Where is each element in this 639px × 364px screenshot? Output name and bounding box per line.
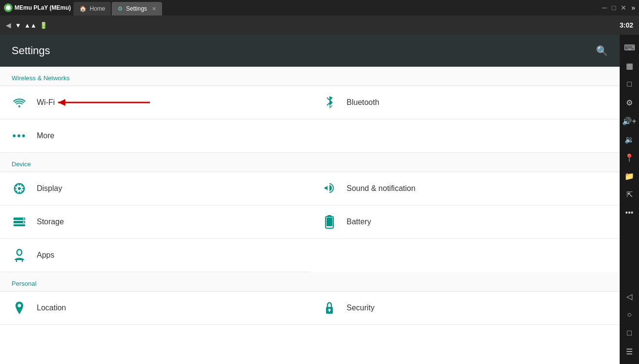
svg-point-1 — [18, 105, 20, 107]
svg-point-5 — [18, 187, 21, 190]
nav-back-addr-icon[interactable]: ◀ — [6, 21, 11, 29]
wifi-arrow-annotation — [44, 93, 155, 112]
more-icon: ••• — [12, 128, 27, 144]
close-button[interactable]: ✕ — [621, 4, 626, 12]
location-label: Location — [37, 304, 66, 312]
display-label: Display — [37, 184, 62, 193]
svg-marker-3 — [58, 99, 65, 106]
address-bar: ◀ ▼ ▲▲ 🔋 3:02 — [0, 15, 639, 35]
settings-item-display[interactable]: Display — [0, 172, 310, 205]
status-icons: ▼ ▲▲ 🔋 — [15, 22, 47, 29]
settings-item-wifi[interactable]: Wi-Fi — [0, 86, 310, 119]
vol-up-button[interactable]: 🔊+ — [621, 112, 638, 130]
title-bar-right: ─ □ ✕ » — [602, 4, 635, 12]
personal-grid: Location Security — [0, 291, 620, 325]
device-grid: Display Sound & notification — [0, 172, 620, 272]
screenshot-button[interactable]: ▦ — [621, 57, 638, 74]
settings-item-more[interactable]: ••• More — [0, 119, 310, 153]
memu-logo: MEmu PLaY (MEmu) — [4, 3, 71, 12]
bluetooth-label: Bluetooth — [347, 98, 380, 107]
keyboard-button[interactable]: ⌨ — [621, 39, 638, 56]
nav-home-button[interactable]: ○ — [621, 306, 638, 323]
sidebar-toggle-button[interactable]: » — [631, 4, 635, 12]
display-icon — [12, 181, 27, 196]
right-sidebar: ⌨ ▦ □ ⚙ 🔊+ 🔉 📍 📁 ⇱ ••• ◁ ○ □ ☰ — [620, 35, 639, 364]
security-icon — [322, 300, 337, 316]
bluetooth-icon — [322, 95, 337, 110]
main-layout: Settings 🔍 Wireless & networks — [0, 35, 639, 364]
settings-item-sound[interactable]: Sound & notification — [310, 172, 620, 205]
section-personal-header: Personal — [0, 272, 620, 291]
tab-close-button[interactable]: ✕ — [152, 6, 156, 12]
settings-item-storage[interactable]: Storage — [0, 205, 310, 239]
search-button[interactable]: 🔍 — [596, 45, 608, 57]
settings-item-security[interactable]: Security — [310, 291, 620, 325]
security-label: Security — [347, 304, 375, 312]
more-sidebar-button[interactable]: ••• — [621, 204, 638, 221]
storage-icon — [12, 214, 27, 230]
section-device-header: Device — [0, 153, 620, 172]
wireless-grid: Wi-Fi — [0, 86, 620, 153]
tab-bar: 🏠 Home ⚙ Settings ✕ — [74, 0, 163, 15]
apps-icon — [12, 248, 27, 263]
settings-tab-label: Settings — [126, 5, 147, 12]
apps-label: Apps — [37, 251, 54, 260]
svg-point-15 — [18, 304, 21, 307]
location-icon — [12, 300, 27, 316]
signal-status-icon: ▲▲ — [24, 22, 37, 29]
settings-item-location[interactable]: Location — [0, 291, 310, 325]
location-sidebar-button[interactable]: 📍 — [621, 149, 638, 166]
app-title: MEmu PLaY (MEmu) — [15, 4, 71, 11]
title-bar: MEmu PLaY (MEmu) 🏠 Home ⚙ Settings ✕ ─ □… — [0, 0, 639, 15]
battery-status-icon: 🔋 — [40, 22, 47, 29]
camera-button[interactable]: □ — [621, 75, 638, 93]
sound-icon — [322, 181, 337, 196]
home-tab-icon: 🏠 — [79, 5, 87, 12]
settings-item-battery[interactable]: Battery — [310, 205, 620, 239]
resize-button[interactable]: ⇱ — [621, 186, 638, 203]
vol-down-button[interactable]: 🔉 — [621, 131, 638, 148]
page-title: Settings — [12, 44, 50, 57]
wifi-icon — [12, 95, 27, 110]
nav-back-button[interactable]: ◁ — [621, 288, 638, 305]
clock-display: 3:02 — [620, 21, 633, 29]
nav-menu-button[interactable]: ☰ — [621, 343, 638, 360]
home-tab-label: Home — [89, 5, 105, 12]
settings-sidebar-button[interactable]: ⚙ — [621, 94, 638, 111]
battery-label: Battery — [347, 218, 372, 226]
storage-label: Storage — [37, 218, 64, 226]
sound-label: Sound & notification — [347, 184, 416, 193]
settings-tab-icon: ⚙ — [118, 5, 123, 12]
battery-icon — [322, 214, 337, 230]
svg-rect-18 — [329, 310, 330, 312]
nav-recents-button[interactable]: □ — [621, 324, 638, 342]
minimize-button[interactable]: ─ — [602, 4, 607, 12]
svg-rect-13 — [327, 218, 332, 226]
settings-content: Wireless & networks Wi-Fi — [0, 67, 620, 364]
settings-container: Settings 🔍 Wireless & networks — [0, 35, 620, 364]
settings-item-bluetooth[interactable]: Bluetooth — [310, 86, 620, 119]
svg-point-0 — [6, 5, 11, 10]
memu-icon — [4, 3, 13, 12]
svg-point-14 — [17, 249, 22, 255]
settings-item-apps[interactable]: Apps — [0, 239, 310, 272]
section-wireless-header: Wireless & networks — [0, 67, 620, 86]
svg-rect-8 — [14, 224, 25, 226]
tab-home[interactable]: 🏠 Home — [74, 2, 111, 15]
wifi-status-icon: ▼ — [15, 22, 21, 29]
svg-point-9 — [23, 218, 25, 219]
svg-point-10 — [23, 221, 25, 223]
folder-button[interactable]: 📁 — [621, 167, 638, 185]
tab-settings[interactable]: ⚙ Settings ✕ — [112, 2, 162, 15]
title-bar-left: MEmu PLaY (MEmu) 🏠 Home ⚙ Settings ✕ — [4, 0, 163, 15]
more-label: More — [37, 131, 54, 140]
settings-header: Settings 🔍 — [0, 35, 620, 67]
restore-button[interactable]: □ — [612, 4, 616, 12]
